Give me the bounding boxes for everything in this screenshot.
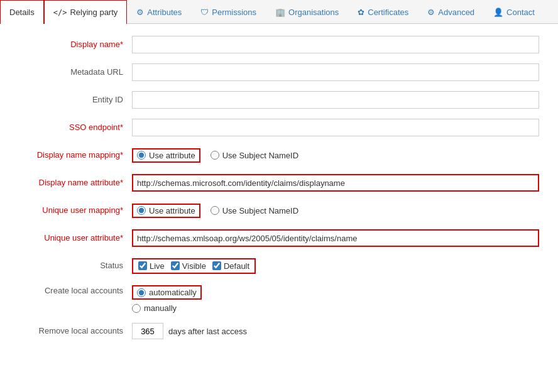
details-label: Details: [9, 8, 35, 17]
attributes-icon: ⚙: [136, 8, 144, 17]
create-local-accounts-group: automatically manually: [132, 285, 202, 313]
tab-relying-party[interactable]: </> Relying party: [44, 0, 128, 24]
permissions-label: Permissions: [212, 8, 256, 17]
tab-organisations[interactable]: 🏢 Organisations: [266, 0, 348, 24]
create-local-auto-option[interactable]: automatically: [137, 288, 197, 297]
display-name-attribute-input[interactable]: [132, 174, 539, 192]
create-local-manual-radio[interactable]: [132, 304, 141, 313]
tab-certificates[interactable]: ✿ Certificates: [348, 0, 418, 24]
unique-user-attribute-label: Unique user attribute*: [0, 232, 132, 244]
sso-endpoint-label: SSO endpoint*: [0, 122, 132, 133]
display-name-use-subject-radio[interactable]: [211, 151, 219, 160]
remove-local-accounts-row: Remove local accounts days after last ac…: [0, 322, 539, 340]
tab-attributes[interactable]: ⚙ Attributes: [127, 0, 191, 24]
remove-local-accounts-label: Remove local accounts: [0, 325, 132, 337]
create-local-manual-label: manually: [144, 303, 177, 313]
unique-user-mapping-label: Unique user mapping*: [0, 205, 132, 216]
unique-user-attribute-row: Unique user attribute*: [0, 229, 539, 248]
status-live-checkbox[interactable]: [138, 261, 147, 270]
entity-id-input[interactable]: [132, 91, 539, 109]
create-local-auto-label: automatically: [149, 288, 197, 297]
sso-endpoint-input[interactable]: [132, 119, 539, 136]
form-area: Display name* Metadata URL Entity ID SSO…: [0, 24, 558, 361]
certificates-icon: ✿: [358, 8, 364, 17]
unique-user-use-attribute-radio[interactable]: [137, 206, 146, 215]
create-local-manual-option[interactable]: manually: [132, 303, 202, 313]
remove-local-accounts-group: days after last access: [132, 323, 247, 339]
display-name-use-subject-option[interactable]: Use Subject NameID: [211, 151, 298, 160]
unique-user-use-attribute-label: Use attribute: [149, 206, 195, 215]
remove-local-suffix: days after last access: [168, 327, 247, 336]
display-name-label: Display name*: [0, 39, 132, 50]
status-checkbox-group: Live Visible Default: [132, 258, 256, 274]
display-name-mapping-label: Display name mapping*: [0, 150, 132, 161]
contact-icon: 👤: [493, 8, 503, 17]
display-name-use-attribute-label: Use attribute: [149, 151, 195, 160]
unique-user-use-subject-option[interactable]: Use Subject NameID: [211, 206, 298, 215]
display-name-attribute-label: Display name attribute*: [0, 177, 132, 188]
tab-advanced[interactable]: ⚙ Advanced: [418, 0, 484, 24]
display-name-use-subject-label: Use Subject NameID: [222, 151, 298, 160]
status-live-label: Live: [150, 261, 165, 271]
attributes-label: Attributes: [147, 8, 182, 17]
organisations-icon: 🏢: [275, 8, 285, 17]
status-visible-checkbox[interactable]: [171, 261, 180, 270]
status-label: Status: [0, 260, 132, 271]
remove-local-days-input[interactable]: [132, 323, 163, 339]
status-default-checkbox[interactable]: [212, 261, 221, 270]
create-local-auto-radio[interactable]: [137, 288, 146, 297]
entity-id-label: Entity ID: [0, 94, 132, 106]
certificates-label: Certificates: [368, 8, 408, 17]
sso-endpoint-row: SSO endpoint*: [0, 118, 539, 137]
unique-user-use-attribute-option[interactable]: Use attribute: [137, 206, 195, 215]
status-default-option[interactable]: Default: [212, 261, 249, 271]
status-visible-label: Visible: [182, 261, 206, 271]
unique-user-use-subject-radio[interactable]: [211, 206, 219, 215]
organisations-label: Organisations: [288, 8, 339, 17]
display-name-attribute-row: Display name attribute*: [0, 173, 539, 192]
display-name-input[interactable]: [132, 36, 539, 53]
contact-label: Contact: [506, 8, 535, 17]
metadata-url-input[interactable]: [132, 63, 539, 81]
tab-permissions[interactable]: 🛡 Permissions: [191, 0, 266, 24]
unique-user-use-subject-label: Use Subject NameID: [222, 206, 298, 215]
metadata-url-label: Metadata URL: [0, 67, 132, 78]
metadata-url-row: Metadata URL: [0, 63, 539, 82]
display-name-use-attribute-radio[interactable]: [137, 151, 146, 160]
tab-bar: Details </> Relying party ⚙ Attributes 🛡…: [0, 0, 558, 24]
display-name-mapping-group: Use attribute Use Subject NameID: [132, 148, 298, 163]
display-name-row: Display name*: [0, 35, 539, 54]
status-row: Status Live Visible Default: [0, 256, 539, 275]
tab-contact[interactable]: 👤 Contact: [484, 0, 544, 24]
display-name-use-attribute-option[interactable]: Use attribute: [137, 151, 195, 160]
status-default-label: Default: [224, 261, 249, 271]
status-live-option[interactable]: Live: [138, 261, 165, 271]
unique-user-attribute-input[interactable]: [132, 229, 539, 247]
permissions-icon: 🛡: [200, 8, 209, 17]
unique-user-mapping-group: Use attribute Use Subject NameID: [132, 204, 298, 218]
entity-id-row: Entity ID: [0, 90, 539, 109]
display-name-mapping-row: Display name mapping* Use attribute Use …: [0, 146, 539, 165]
status-visible-option[interactable]: Visible: [171, 261, 206, 271]
advanced-label: Advanced: [438, 8, 474, 17]
unique-user-mapping-row: Unique user mapping* Use attribute Use S…: [0, 201, 539, 220]
advanced-icon: ⚙: [427, 8, 435, 17]
tab-details[interactable]: Details: [0, 0, 44, 24]
create-local-accounts-row: Create local accounts automatically manu…: [0, 284, 539, 313]
relying-party-label: Relying party: [70, 8, 118, 17]
create-local-accounts-label: Create local accounts: [0, 285, 132, 297]
relying-party-icon: </>: [53, 8, 67, 17]
